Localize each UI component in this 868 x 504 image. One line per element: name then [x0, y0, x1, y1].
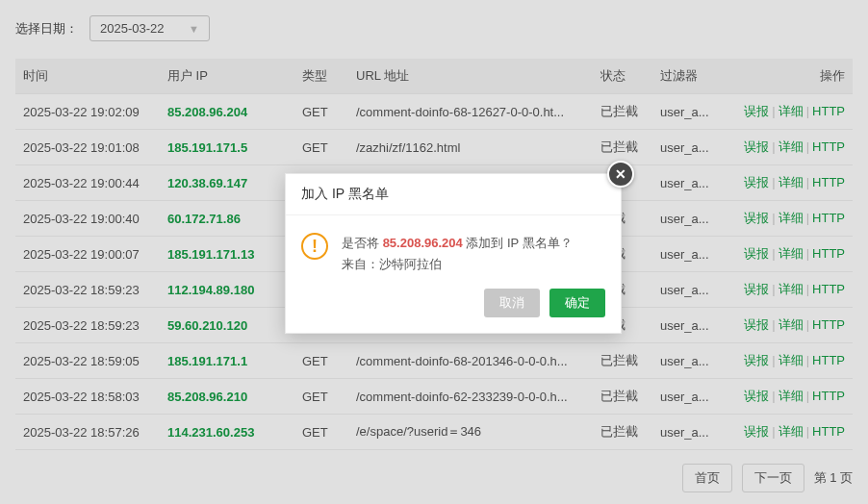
modal-text: 是否将 85.208.96.204 添加到 IP 黑名单？ 来自：沙特阿拉伯	[342, 233, 573, 275]
confirm-prefix: 是否将	[342, 236, 383, 250]
close-icon[interactable]: ✕	[607, 161, 634, 188]
origin-value: 沙特阿拉伯	[379, 257, 442, 271]
warning-icon: !	[301, 233, 328, 260]
origin-label: 来自：	[342, 257, 379, 271]
confirm-ip: 85.208.96.204	[383, 236, 463, 250]
blacklist-modal: 加入 IP 黑名单 ✕ ! 是否将 85.208.96.204 添加到 IP 黑…	[285, 173, 622, 334]
cancel-button[interactable]: 取消	[484, 289, 540, 317]
modal-title: 加入 IP 黑名单	[301, 186, 389, 201]
modal-header: 加入 IP 黑名单 ✕	[286, 174, 621, 215]
ok-button[interactable]: 确定	[549, 289, 605, 317]
confirm-suffix: 添加到 IP 黑名单？	[463, 236, 573, 250]
